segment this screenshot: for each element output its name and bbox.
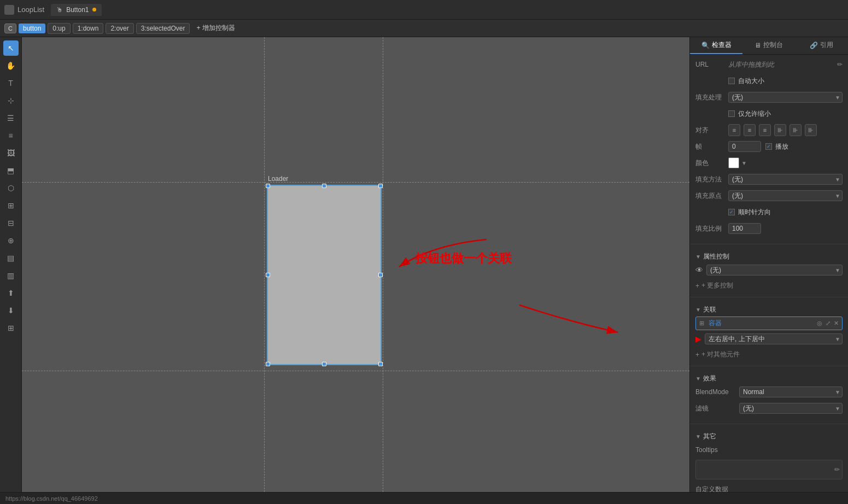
tab-inspector[interactable]: 🔍 检查器	[690, 37, 742, 54]
property-control-header[interactable]: ▼ 属性控制	[695, 250, 843, 263]
hand-tool[interactable]: ✋	[3, 58, 19, 73]
blend-mode-select[interactable]: Normal	[739, 386, 843, 397]
handle-bl[interactable]	[266, 362, 270, 366]
more-controls-btn[interactable]: + + 更多控制	[695, 280, 843, 291]
file-tab[interactable]: 🖱 Button1	[51, 4, 101, 16]
text-tool[interactable]: T	[3, 75, 19, 91]
clockwise-checkbox[interactable]	[728, 209, 735, 215]
table-tool[interactable]: ⊟	[3, 215, 19, 231]
tab-console[interactable]: 🖥 控制台	[742, 37, 795, 54]
state-1down[interactable]: 1:down	[73, 23, 104, 34]
container-name[interactable]: 容器	[709, 319, 814, 328]
url-edit-icon[interactable]: ✏	[837, 61, 843, 68]
relation-value-select-wrap: 左右居中, 上下居中 ▼	[705, 333, 843, 344]
fill-processing-select[interactable]: (无)	[728, 92, 843, 103]
handle-tl[interactable]	[266, 184, 270, 188]
list-tool[interactable]: ≡	[3, 128, 19, 143]
align-right[interactable]: ≡	[759, 124, 771, 136]
handle-br[interactable]	[378, 362, 383, 366]
component-tool[interactable]: ⬡	[3, 180, 19, 196]
loader-element[interactable]: Loader	[267, 185, 382, 365]
guide-h1	[22, 182, 689, 183]
tab-modified-dot	[92, 8, 96, 11]
align-top[interactable]: ⊪	[774, 124, 786, 136]
relation-header[interactable]: ▼ 关联	[695, 303, 843, 317]
tab-name: Button1	[66, 6, 89, 14]
more-controls-icon: +	[695, 282, 699, 290]
left-tools: ↖ ✋ T ⊹ ☰ ≡ 🖼 ⬒ ⬡ ⊞ ⊟ ⊕ ▤ ▥ ⬆ ⬇ ⊞	[0, 37, 22, 492]
effects-label: 效果	[703, 374, 716, 383]
top-bar: LoopList 🖱 Button1	[0, 0, 848, 20]
auto-size-checkbox[interactable]	[728, 78, 735, 84]
tab-reference[interactable]: 🔗 引用	[796, 37, 848, 54]
transform-tool[interactable]: ⊹	[3, 93, 19, 108]
panel-tabs: 🔍 检查器 🖥 控制台 🔗 引用	[690, 37, 848, 55]
bottom-url: https://blog.csdn.net/qq_46649692	[5, 495, 98, 502]
url-placeholder[interactable]: 从库中拖拽到此	[728, 60, 835, 69]
image-tool[interactable]: 🖼	[3, 145, 19, 161]
misc-tool[interactable]: ⊞	[3, 320, 19, 336]
relation-value-select[interactable]: 左右居中, 上下居中	[705, 333, 843, 344]
eye-icon[interactable]: 👁	[695, 266, 703, 274]
import-tool[interactable]: ⬆	[3, 285, 19, 301]
fill-method-select[interactable]: (无)	[728, 174, 843, 185]
handle-ml[interactable]	[266, 273, 270, 277]
other-header[interactable]: ▼ 其它	[695, 430, 843, 443]
filter-select[interactable]: (无)	[739, 403, 843, 414]
relation-section: ▼ 关联 ⊞ 容器 ◎ ⤢ ✕ ▶ 左右居中, 上下居中 ▼	[690, 300, 848, 364]
effects-header[interactable]: ▼ 效果	[695, 372, 843, 385]
tooltips-edit-icon[interactable]: ✏	[834, 466, 840, 473]
relation-arrow: ▼	[695, 307, 701, 313]
align-center[interactable]: ≡	[744, 124, 756, 136]
blend-mode-label: BlendMode	[695, 388, 739, 396]
relation-close-icon[interactable]: ✕	[834, 320, 839, 327]
align-middle[interactable]: ⊪	[789, 124, 802, 136]
other-elements-btn[interactable]: + + 对其他元件	[695, 349, 843, 360]
stack-tool[interactable]: ▤	[3, 250, 19, 266]
relation-icon: ⊞	[699, 320, 704, 327]
anchor-tool[interactable]: ⊕	[3, 233, 19, 248]
handle-bm[interactable]	[322, 362, 326, 366]
fill-ratio-label: 填充比例	[695, 224, 728, 233]
frame-input[interactable]	[728, 141, 761, 152]
state-2over[interactable]: 2:over	[106, 23, 133, 34]
tab-icon: 🖱	[56, 6, 63, 14]
canvas-area[interactable]: Loader 按钮也做一个关联	[22, 37, 689, 492]
play-checkbox[interactable]	[765, 143, 772, 150]
relation-expand-icon[interactable]: ⤢	[826, 320, 831, 327]
app-logo: LoopList	[4, 5, 44, 15]
color-swatch[interactable]	[728, 157, 739, 168]
align-bottom[interactable]: ⊪	[805, 124, 817, 136]
other-elements-icon: +	[695, 351, 699, 359]
stack2-tool[interactable]: ▥	[3, 268, 19, 283]
guide-h2	[22, 371, 689, 371]
grid-tool[interactable]: ⊞	[3, 198, 19, 213]
handle-tm[interactable]	[322, 184, 326, 188]
fill-ratio-input[interactable]	[728, 223, 761, 234]
color-dropdown-arrow[interactable]: ▼	[741, 160, 747, 166]
handle-mr[interactable]	[378, 273, 383, 277]
url-row: URL 从库中拖拽到此 ✏	[695, 58, 843, 71]
guide-v2	[383, 37, 383, 492]
layout-tool[interactable]: ☰	[3, 110, 19, 126]
button-label[interactable]: button	[19, 24, 45, 33]
fill-origin-select[interactable]: (无)	[728, 190, 843, 201]
handle-tr[interactable]	[378, 184, 383, 188]
align-left[interactable]: ≡	[728, 124, 740, 136]
relation-target-icon[interactable]: ◎	[817, 320, 822, 327]
fill-method-select-wrap: (无) ▼	[728, 174, 843, 185]
url-input-row: 从库中拖拽到此 ✏	[728, 60, 843, 69]
select-tool[interactable]: ↖	[3, 40, 19, 56]
add-controller-btn[interactable]: + 增加控制器	[192, 22, 239, 34]
divider4	[690, 424, 848, 424]
effects-arrow: ▼	[695, 376, 701, 382]
layers-tool[interactable]: ⬒	[3, 163, 19, 178]
frame-label: 帧	[695, 142, 728, 151]
allow-shrink-checkbox[interactable]	[728, 110, 735, 117]
state-3selectedover[interactable]: 3:selectedOver	[136, 23, 190, 34]
property-control-section: ▼ 属性控制 👁 (无) ▼ + + 更多控制	[690, 247, 848, 295]
state-0up[interactable]: 0:up	[48, 23, 70, 34]
panel-scroll[interactable]: URL 从库中拖拽到此 ✏ 自动大小 填充处理	[690, 55, 848, 492]
property-none-select[interactable]: (无)	[706, 265, 843, 276]
export-tool[interactable]: ⬇	[3, 303, 19, 318]
